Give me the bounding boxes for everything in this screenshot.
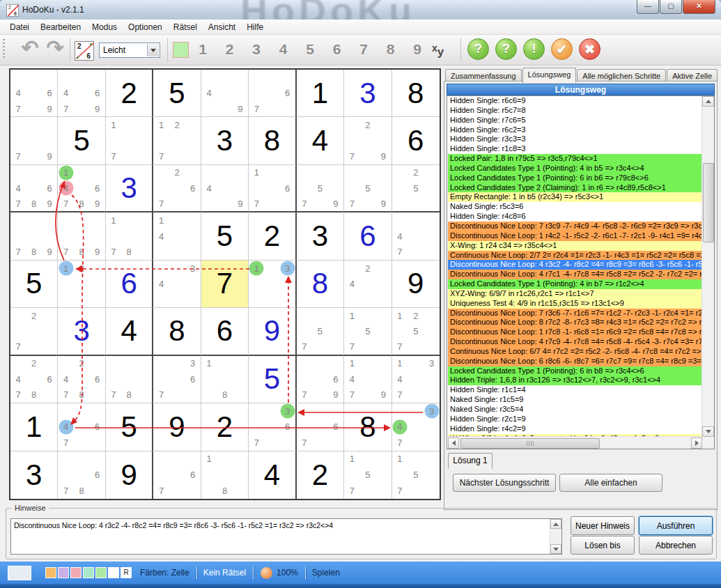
solution-step-row[interactable]: XYZ-Wing: 6/9/7 in r1c26,r2c1 => r1c1<>7 [448,289,702,299]
sudoku-cell-r4c8[interactable]: 6 [344,212,391,260]
sudoku-cell-r1c2[interactable]: 4679 [58,70,105,117]
sudoku-cell-r9c2[interactable]: 678 [58,451,105,499]
sudoku-cell-r6c9[interactable]: 1257 [392,308,440,355]
sudoku-cell-r3c5[interactable]: 49 [201,165,249,212]
solution-step-row[interactable]: Naked Single: r3c5=4 [448,405,702,415]
sudoku-cell-r2c4[interactable]: 127 [153,117,201,164]
sudoku-cell-r7c4[interactable]: 367 [153,356,201,403]
sudoku-cell-r5c5[interactable]: 7 [201,261,249,308]
sudoku-cell-r9c6[interactable]: 4 [249,451,296,499]
sudoku-cell-r5c4[interactable]: 34 [153,261,201,308]
solution-step-row[interactable]: Hidden Single: r6c6=9 [448,96,702,106]
sudoku-cell-r4c4[interactable]: 14 [153,212,201,260]
digit-button-6[interactable]: 6 [327,40,348,59]
close-button[interactable]: ✕ [683,0,715,14]
scroll-up-button[interactable] [550,519,561,529]
solution-step-row[interactable]: Uniqueness Test 4: 4/9 in r1c15,r3c15 =>… [448,299,702,309]
sudoku-cell-r5c2[interactable]: 12 [58,261,105,308]
solution-step-row[interactable]: Hidden Single: r3c3=3 [448,134,702,144]
puzzle-mode-button[interactable]: 26 [75,41,94,61]
solution-step-row[interactable]: Continuous Nice Loop: 2/7 2= r2c4 =1= r2… [448,251,702,261]
sudoku-cell-r6c4[interactable]: 8 [153,308,201,355]
color-swatch-6[interactable] [108,567,119,578]
solution-step-row[interactable]: Discontinuous Nice Loop: 1 r7c8 -1- r6c8… [448,327,702,337]
sudoku-cell-r1c5[interactable]: 49 [201,70,249,117]
sudoku-cell-r4c7[interactable]: 3 [297,212,344,260]
sudoku-cell-r5c1[interactable]: 5 [10,261,58,308]
sudoku-cell-r1c1[interactable]: 4679 [10,70,58,117]
concrete-hint-button[interactable]: ? [495,38,517,60]
solution-step-row[interactable]: Discontinuous Nice Loop: 7 r3c9 -7- r4c9… [448,222,702,231]
sudoku-cell-r6c1[interactable]: 27 [10,308,58,355]
solution-step-row[interactable]: Locked Candidates Type 1 (Pointing): 6 i… [448,173,702,183]
solve-until-button[interactable]: Lösen bis [571,536,635,555]
difficulty-select[interactable]: Leicht [99,42,160,58]
digit-button-1[interactable]: 1 [192,40,213,59]
scroll-down-button[interactable] [702,426,714,437]
sudoku-cell-r9c9[interactable]: 157 [392,451,440,499]
menu-item-hilfe[interactable]: Hilfe [241,20,269,34]
sudoku-cell-r5c8[interactable]: 24 [344,261,391,308]
digit-button-2[interactable]: 2 [219,40,240,59]
sudoku-cell-r3c2[interactable]: 146789 [58,165,105,212]
color-swatch-primary[interactable] [8,566,31,580]
sudoku-cell-r3c1[interactable]: 46789 [10,165,58,212]
sudoku-cell-r9c4[interactable]: 67 [153,451,201,499]
scroll-up-button[interactable] [702,96,714,107]
sudoku-cell-r6c3[interactable]: 4 [106,308,153,355]
solution-step-row[interactable]: Hidden Single: r6c2=3 [448,125,702,135]
sudoku-cell-r6c6[interactable]: 9 [249,308,296,355]
sudoku-cell-r7c5[interactable]: 18 [201,356,249,403]
digit-button-5[interactable]: 5 [300,40,320,59]
sudoku-cell-r4c3[interactable]: 178 [106,212,153,260]
redo-button[interactable]: ↷ [43,40,67,59]
solution-step-row[interactable]: Locked Candidates Type 2 (Claiming): 1 i… [448,183,702,193]
solution-step-row[interactable]: Hidden Single: r4c2=9 [448,424,702,434]
solution-step-row[interactable]: Hidden Single: r5c7=8 [448,106,702,116]
color-swatch-5[interactable] [95,567,107,578]
sudoku-cell-r2c9[interactable]: 6 [392,117,440,164]
sudoku-cell-r5c3[interactable]: 6 [106,261,153,308]
execute-button[interactable]: Ausführen [639,516,713,535]
solution-step-row[interactable]: Hidden Triple: 1,6,8 in r3c126 => r3c12<… [448,376,702,385]
sudoku-cell-r9c3[interactable]: 9 [106,451,153,499]
sudoku-cell-r7c8[interactable]: 1479 [344,356,391,403]
sudoku-cell-r2c2[interactable]: 5 [58,117,105,164]
sudoku-cell-r8c2[interactable]: 467 [58,403,105,451]
sudoku-cell-r9c5[interactable]: 18 [201,451,249,499]
color-swatch-reset[interactable]: R [121,567,132,578]
undo-button[interactable]: ↶ [18,40,42,59]
sudoku-cell-r9c1[interactable]: 3 [10,451,58,499]
sudoku-cell-r8c7[interactable]: 67 [297,403,344,451]
menu-item-optionen[interactable]: Optionen [123,20,168,34]
solution-step-row[interactable]: Locked Candidates Type 1 (Pointing): 4 i… [448,279,702,289]
sudoku-cell-r2c8[interactable]: 279 [344,117,391,164]
solution-step-row[interactable]: Hidden Single: r1c8=3 [448,144,702,154]
minimize-button[interactable]: — [637,0,659,14]
digit-button-3[interactable]: 3 [246,40,267,59]
horizontal-scroll-thumb[interactable] [460,438,600,449]
solution-step-row[interactable]: Continuous Nice Loop: 6/7 4= r7c2 =2= r5… [448,347,702,357]
sudoku-cell-r2c7[interactable]: 4 [297,117,344,164]
sudoku-cell-r8c3[interactable]: 5 [106,403,153,451]
sudoku-cell-r3c9[interactable]: 25 [392,165,440,212]
sudoku-cell-r3c7[interactable]: 579 [297,165,344,212]
digit-button-8[interactable]: 8 [380,40,401,59]
sudoku-cell-r2c1[interactable]: 79 [10,117,58,164]
color-swatch-3[interactable] [70,567,82,578]
sudoku-cell-r1c6[interactable]: 67 [249,70,296,117]
sudoku-cell-r2c5[interactable]: 3 [201,117,249,164]
digit-button-4[interactable]: 4 [273,40,294,59]
sudoku-cell-r4c2[interactable]: 789 [58,212,105,260]
menu-item-ansicht[interactable]: Ansicht [203,20,241,34]
apply-check-button[interactable]: ✔ [551,38,573,60]
new-hint-button[interactable]: Neuer Hinweis [571,516,635,535]
digit-button-7[interactable]: 7 [353,40,374,59]
sudoku-cell-r7c3[interactable]: 78 [106,356,153,403]
vertical-scroll-thumb[interactable] [703,163,714,242]
sudoku-cell-r8c1[interactable]: 1 [10,403,58,451]
solution-step-row[interactable]: Discontinuous Nice Loop: 4 r7c9 -4- r7c8… [448,337,702,347]
solution-step-row[interactable]: Hidden Single: r1c1=4 [448,385,702,395]
sudoku-cell-r7c6[interactable]: 5 [249,356,296,403]
sudoku-cell-r8c8[interactable]: 8 [344,403,391,451]
